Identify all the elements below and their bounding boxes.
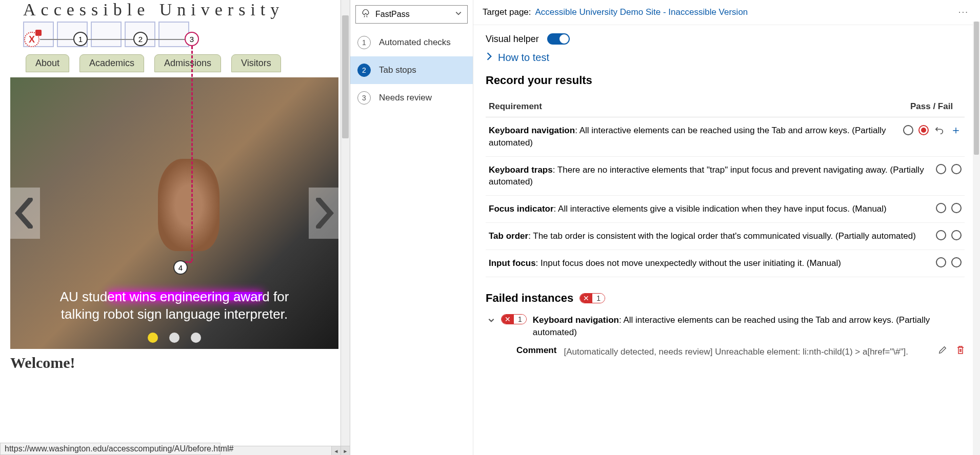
requirement-row: Tab order: The tab order is consistent w…: [486, 223, 965, 250]
scroll-right-icon[interactable]: ►: [341, 446, 350, 455]
detail-body: Visual helper How to test Record your re…: [473, 25, 980, 455]
tab-stop-unreachable-icon: X: [24, 32, 39, 47]
pass-radio[interactable]: [936, 257, 946, 267]
tab-stop-marker: 4: [173, 260, 188, 275]
extension-panel: FastPass 1Automated checks2Tab stops3Nee…: [350, 0, 980, 455]
failed-instances-heading: Failed instances: [486, 292, 573, 305]
nav-academics[interactable]: Academics: [79, 54, 144, 72]
detail-header: Target page: Accessible University Demo …: [473, 0, 980, 25]
visual-helper-toggle[interactable]: [547, 33, 570, 45]
tab-stop-marker-current: 3: [185, 32, 199, 46]
visual-helper-label: Visual helper: [486, 34, 539, 45]
step-number: 2: [357, 64, 371, 77]
failed-count-badge: ✕ 1: [579, 293, 605, 303]
requirement-row: Input focus: Input focus does not move u…: [486, 250, 965, 277]
requirement-name: Tab order: [489, 231, 528, 241]
pass-radio[interactable]: [936, 164, 946, 174]
requirement-desc: : The tab order is consistent with the l…: [528, 231, 916, 241]
tab-stop-marker: 2: [133, 32, 148, 46]
fastpass-step[interactable]: 3Needs review: [350, 84, 473, 112]
carousel-dot[interactable]: [191, 333, 201, 343]
dropdown-label: FastPass: [375, 10, 410, 19]
add-instance-button[interactable]: ＋: [950, 125, 962, 136]
test-selector-dropdown[interactable]: FastPass: [355, 5, 468, 24]
nav-admissions[interactable]: Admissions: [154, 54, 221, 72]
requirement-name: Focus indicator: [489, 204, 554, 214]
carousel-dots: [148, 333, 201, 343]
step-number: 3: [357, 91, 371, 105]
site-logo-icons: [10, 22, 339, 54]
record-results-heading: Record your results: [486, 74, 965, 87]
delete-button[interactable]: [956, 345, 965, 357]
carousel-dot[interactable]: [148, 333, 158, 343]
x-icon: ✕: [580, 294, 592, 303]
nav-about[interactable]: About: [26, 54, 69, 72]
requirement-desc: : Input focus does not move unexpectedly…: [536, 258, 841, 268]
logo-icon: [91, 22, 122, 47]
target-page-label: Target page:: [483, 7, 531, 17]
how-to-test-expander[interactable]: How to test: [486, 52, 965, 64]
comment-label: Comment: [516, 345, 556, 356]
error-badge-icon: [35, 30, 42, 36]
requirement-name: Keyboard navigation: [489, 126, 575, 135]
failed-instance-badge: ✕ 1: [501, 314, 527, 324]
pass-radio[interactable]: [903, 125, 913, 135]
target-page-link[interactable]: Accessible University Demo Site - Inacce…: [535, 7, 748, 17]
carousel-next-button[interactable]: [309, 188, 338, 239]
site-nav: About Academics Admissions Visitors: [10, 54, 339, 77]
detail-pane: Target page: Accessible University Demo …: [473, 0, 980, 455]
more-menu-button[interactable]: ···: [956, 5, 971, 19]
undo-button[interactable]: [934, 125, 945, 136]
carousel-caption: AU student wins engineering award for ta…: [10, 288, 338, 323]
target-page-preview: Accessible University About Academics Ad…: [0, 0, 350, 455]
requirement-row: Keyboard traps: There are no interactive…: [486, 157, 965, 196]
fail-radio[interactable]: [951, 257, 962, 267]
chevron-right-icon: [313, 198, 334, 229]
fail-radio[interactable]: [951, 203, 962, 213]
requirement-column-header: Requirement: [489, 101, 910, 112]
carousel-dot[interactable]: [169, 333, 179, 343]
welcome-heading: Welcome!: [0, 349, 350, 371]
scroll-left-icon[interactable]: ◄: [331, 446, 341, 455]
tab-path-line: [191, 46, 193, 261]
fail-radio[interactable]: [951, 164, 962, 174]
comment-text: [Automatically detected, needs review] U…: [564, 345, 931, 359]
fastpass-sidebar: FastPass 1Automated checks2Tab stops3Nee…: [350, 0, 473, 455]
requirement-desc: : There are no interactive elements that…: [489, 165, 924, 187]
passfail-column-header: Pass / Fail: [910, 101, 962, 112]
chevron-right-icon: [486, 52, 493, 64]
step-label: Needs review: [379, 93, 432, 103]
step-label: Automated checks: [379, 37, 451, 48]
site-title: Accessible University: [10, 0, 339, 22]
requirement-row: Keyboard navigation: All interactive ele…: [486, 117, 965, 157]
fastpass-step[interactable]: 1Automated checks: [350, 29, 473, 56]
chevron-down-icon: [455, 10, 462, 19]
vertical-scrollbar[interactable]: [973, 22, 980, 455]
nav-visitors[interactable]: Visitors: [231, 54, 281, 72]
expand-button[interactable]: [488, 316, 495, 326]
requirement-name: Keyboard traps: [489, 165, 553, 175]
failed-instance-comment: Comment [Automatically detected, needs r…: [486, 345, 965, 359]
pass-radio[interactable]: [936, 203, 946, 213]
x-icon: ✕: [502, 315, 514, 324]
chevron-left-icon: [15, 198, 35, 229]
carousel: AU student wins engineering award for ta…: [10, 77, 338, 349]
pass-radio[interactable]: [936, 230, 946, 240]
fail-radio[interactable]: [918, 125, 929, 135]
logo-icon: [158, 22, 189, 47]
step-number: 1: [357, 36, 371, 49]
status-bar-url: https://www.washington.edu/accesscomputi…: [0, 443, 221, 455]
fail-radio[interactable]: [951, 230, 962, 240]
requirement-desc: : All interactive elements give a visibl…: [554, 204, 887, 214]
requirement-row: Focus indicator: All interactive element…: [486, 196, 965, 223]
requirement-name: Input focus: [489, 258, 536, 268]
tab-stop-marker: 1: [73, 32, 88, 46]
vertical-scrollbar[interactable]: [341, 0, 350, 446]
fastpass-step[interactable]: 2Tab stops: [350, 56, 473, 84]
failed-instance-row: ✕ 1 Keyboard navigation: All interactive…: [486, 314, 965, 339]
failed-instance-name: Keyboard navigation: [533, 315, 619, 325]
rocket-icon: [361, 9, 370, 20]
carousel-prev-button[interactable]: [10, 188, 40, 239]
requirements-header: Requirement Pass / Fail: [486, 96, 965, 117]
edit-button[interactable]: [938, 345, 947, 357]
